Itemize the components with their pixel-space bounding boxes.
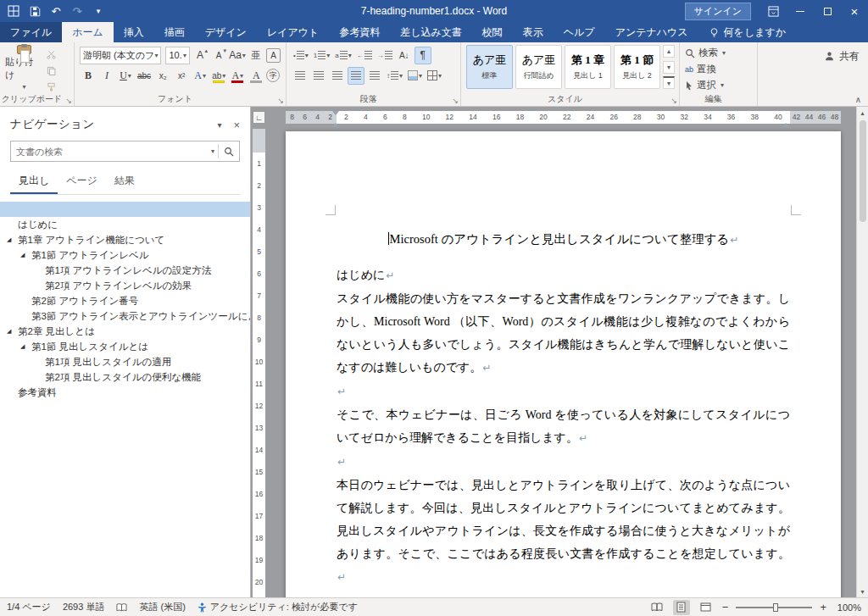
accessibility-status[interactable]: アクセシビリティ: 検討が必要です [198,601,358,613]
borders-button[interactable]: ▾ [426,67,443,85]
language-indicator[interactable]: 英語 (米国) [139,601,185,613]
navigation-options-button[interactable]: ▾ [217,120,221,130]
signin-button[interactable]: サインイン [685,3,751,20]
select-button[interactable]: 選択 ▾ [685,77,752,93]
tree-expand-icon[interactable]: ◢ [20,252,25,258]
share-button[interactable]: 共有 [824,49,860,64]
word-count[interactable]: 2693 単語 [63,601,105,613]
character-shading-button[interactable]: A [248,67,264,85]
heading-item[interactable]: ◢ 第2章 見出しとは [0,324,250,339]
paragraph[interactable]: スタイル機能の使い方をマスターすると文書作成をワンランクアップできます。しかし、… [337,287,790,380]
enclose-characters-button[interactable]: 字 [266,69,280,82]
read-mode-button[interactable] [648,600,665,615]
heading-item[interactable]: 第1項 アウトラインレベルの設定方法 [0,263,250,278]
paragraph[interactable]: はじめに↵ [337,264,790,287]
navigation-tab[interactable]: 結果 [106,170,143,194]
font-color-button[interactable]: A▾ [229,67,246,85]
italic-button[interactable]: I [98,67,115,85]
ribbon-tab[interactable]: アンテナハウス [605,22,698,42]
ribbon-tab[interactable]: 差し込み文書 [390,22,472,42]
document-page[interactable]: Microsoft のアウトラインと見出しスタイルについて整理する↵ はじめに↵… [286,131,841,597]
paragraph-dialog-launcher[interactable]: ↘ [452,97,459,105]
heading-item[interactable]: 第2項 アウトラインレベルの効果 [0,278,250,293]
increase-indent-button[interactable]: → [376,47,394,64]
vertical-scrollbar[interactable]: ▴ ▾ [856,107,868,597]
navigation-tab[interactable]: ページ [58,170,106,194]
paragraph[interactable]: 本日のウェビナーでは、見出しとアウトラインを取り上げて、次のような点について解説… [337,474,790,589]
heading-item[interactable]: ◢ 第1節 アウトラインレベル [0,247,250,263]
ribbon-tab[interactable]: 参考資料 [329,22,390,42]
maximize-button[interactable] [814,0,841,22]
ribbon-tab[interactable]: ホーム [62,22,114,42]
find-button[interactable]: 検索 ▾ [685,45,752,61]
subscript-button[interactable]: x₂ [154,67,171,85]
ruby-button[interactable]: 亜 [248,47,264,64]
minimize-button[interactable] [787,0,814,22]
ribbon-tab[interactable]: 校閲 [472,22,513,42]
document-title-line[interactable]: Microsoft のアウトラインと見出しスタイルについて整理する↵ [337,228,790,252]
ribbon-tab[interactable]: レイアウト [257,22,329,42]
highlight-color-button[interactable]: ab▾ [210,67,227,85]
collapse-ribbon-button[interactable]: ∧ [855,95,861,104]
bullets-button[interactable]: •▾ [292,47,310,64]
print-layout-button[interactable] [673,600,690,615]
tree-expand-icon[interactable]: ◢ [7,328,11,335]
ribbon-tab[interactable]: 挿入 [114,22,154,42]
zoom-slider[interactable] [736,607,812,608]
heading-item[interactable] [0,202,250,217]
numbering-button[interactable]: 1▾ [312,47,331,64]
ribbon-tab[interactable]: 描画 [154,22,195,42]
heading-item[interactable]: 第2項 見出しスタイルの便利な機能 [0,369,250,385]
gallery-more-button[interactable]: ▾ [663,76,675,89]
paragraph[interactable]: そこで、本ウェビナーは、日ごろ Word を使っている人を対象にしてスタイルにつ… [337,403,790,450]
undo-button[interactable]: ↶ [49,4,63,18]
align-left-button[interactable] [292,67,309,85]
decrease-indent-button[interactable]: ← [355,47,374,64]
navigation-close-button[interactable]: × [233,119,240,131]
sort-button[interactable]: A↓ [396,47,413,64]
ribbon-tab[interactable]: 表示 [513,22,554,42]
redo-button[interactable]: ↷ [70,4,84,18]
save-button[interactable] [28,4,42,18]
text-effects-button[interactable]: A▾ [192,67,209,85]
underline-button[interactable]: U▾ [117,67,134,85]
left-indent-marker[interactable] [332,119,339,127]
tree-expand-icon[interactable]: ◢ [20,343,25,350]
tree-expand-icon[interactable]: ◢ [7,236,11,243]
heading-item[interactable]: 第2節 アウトライン番号 [0,293,250,308]
replace-button[interactable]: ab 置換 [685,61,752,77]
heading-item[interactable]: はじめに [0,217,250,232]
heading-item[interactable]: 第3節 アウトライン表示とアウトラインツールによる編集 [0,308,250,324]
web-layout-button[interactable] [698,600,715,615]
search-input[interactable] [11,147,208,157]
font-dialog-launcher[interactable]: ↘ [277,97,284,105]
gallery-scroll-down-button[interactable]: ▾ [663,61,675,74]
heading-item[interactable]: 第1項 見出しスタイルの適用 [0,354,250,369]
paragraph[interactable]: ↵ [337,450,790,474]
heading-item[interactable]: 参考資料 [0,385,250,400]
proofing-icon[interactable] [116,602,127,613]
bold-button[interactable]: B [80,67,97,85]
gallery-scroll-up-button[interactable]: ▴ [663,45,675,58]
style-card[interactable]: 第 1 章 見出し 1 [565,45,611,89]
qat-customize-button[interactable]: ▾ [92,4,105,18]
shrink-font-button[interactable]: A▾ [210,47,227,64]
navigation-tab[interactable]: 見出し [10,170,58,194]
heading-item[interactable]: ◢ 第1節 見出しスタイルとは [0,339,250,354]
zoom-out-button[interactable]: − [722,601,729,613]
cut-button[interactable] [42,47,59,61]
paragraph[interactable]: ↵ [337,380,790,403]
heading-item[interactable]: ◢ 第1章 アウトライン機能について [0,232,250,247]
tell-me-box[interactable]: 何をしますか [698,22,796,42]
ribbon-tab[interactable]: ファイル [0,22,62,42]
superscript-button[interactable]: x² [173,67,190,85]
style-card[interactable]: あア亜 標準 [466,45,513,89]
justify-button[interactable] [348,67,364,85]
font-name-combobox[interactable]: 游明朝 (本文のフォン ▾ [80,47,161,64]
grow-font-button[interactable]: A▴ [192,47,209,64]
font-size-combobox[interactable]: 10.5 ▾ [165,47,190,64]
paste-button[interactable]: 貼り付け ▾ [5,45,42,91]
line-spacing-button[interactable]: ↕▾ [385,67,404,85]
style-card[interactable]: あア亜 行間詰め [515,45,562,89]
distribute-button[interactable] [366,67,383,85]
